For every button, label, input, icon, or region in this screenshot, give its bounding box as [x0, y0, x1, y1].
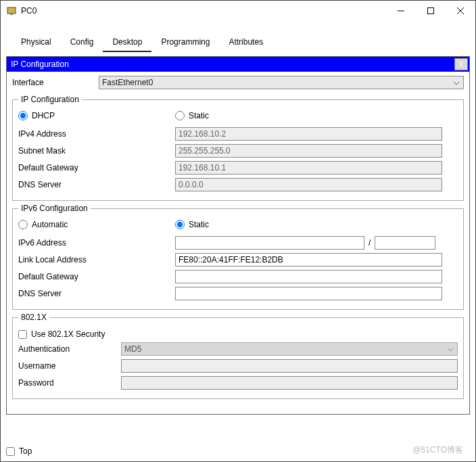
default-gateway-input[interactable] — [175, 161, 442, 175]
ipv6-static-option[interactable]: Static — [175, 220, 332, 229]
minimize-button[interactable] — [386, 1, 416, 21]
svg-rect-1 — [10, 14, 13, 15]
tab-attributes[interactable]: Attributes — [219, 33, 272, 52]
tab-desktop[interactable]: Desktop — [103, 33, 151, 52]
use-8021x-option[interactable]: Use 802.1X Security — [18, 329, 105, 339]
ipv4-address-label: IPv4 Address — [18, 129, 175, 139]
username-input[interactable] — [121, 359, 458, 373]
panel-title: IP Configuration — [11, 60, 454, 69]
titlebar: PC0 — [1, 1, 475, 21]
dns-server-label: DNS Server — [18, 180, 175, 189]
tab-programming[interactable]: Programming — [151, 33, 219, 52]
panel-title-bar: IP Configuration X — [7, 57, 469, 72]
ipv6-prefix-input[interactable] — [375, 236, 435, 250]
subnet-mask-input[interactable] — [175, 144, 442, 158]
tab-bar: Physical Config Desktop Programming Attr… — [1, 33, 475, 52]
tab-physical[interactable]: Physical — [11, 33, 61, 52]
window-title: PC0 — [21, 6, 386, 16]
svg-rect-0 — [7, 7, 16, 14]
top-checkbox[interactable] — [6, 447, 15, 456]
interface-value: FastEthernet0 — [102, 78, 153, 87]
ipv6-auto-option[interactable]: Automatic — [18, 220, 175, 229]
ipv6-address-input[interactable] — [175, 236, 364, 250]
dns-server-input[interactable] — [175, 178, 442, 191]
svg-rect-3 — [428, 8, 434, 14]
watermark: @51CTO博客 — [412, 444, 463, 456]
ip-configuration-group: IP Configuration DHCP Static IPv4 Addres… — [12, 95, 464, 201]
tab-config[interactable]: Config — [61, 33, 103, 52]
password-label: Password — [18, 378, 121, 388]
maximize-button[interactable] — [416, 1, 446, 21]
ipv6-address-label: IPv6 Address — [18, 238, 175, 248]
ipv6-configuration-legend: IPv6 Configuration — [18, 204, 91, 213]
ipv6-gateway-input[interactable] — [175, 270, 442, 283]
static-radio[interactable] — [175, 111, 185, 120]
ipv6-configuration-group: IPv6 Configuration Automatic Static IPv6… — [12, 204, 464, 310]
chevron-down-icon — [453, 79, 460, 89]
chevron-down-icon — [447, 346, 454, 355]
ipv4-address-input[interactable] — [175, 127, 442, 141]
ip-config-panel: IP Configuration X Interface FastEtherne… — [6, 56, 470, 415]
ipv6-auto-radio[interactable] — [18, 220, 28, 229]
ipv6-static-radio[interactable] — [175, 220, 185, 229]
link-local-input[interactable] — [175, 253, 442, 267]
interface-label: Interface — [12, 78, 99, 87]
static-option[interactable]: Static — [175, 111, 332, 120]
dhcp-radio[interactable] — [18, 111, 28, 120]
dot1x-legend: 802.1X — [18, 313, 49, 322]
app-icon — [6, 5, 17, 16]
authentication-select[interactable]: MD5 — [121, 342, 458, 356]
subnet-mask-label: Subnet Mask — [18, 146, 175, 156]
link-local-label: Link Local Address — [18, 255, 175, 264]
close-window-button[interactable] — [446, 1, 475, 21]
close-panel-button[interactable]: X — [454, 58, 468, 70]
use-8021x-checkbox[interactable] — [18, 330, 27, 339]
username-label: Username — [18, 361, 121, 371]
default-gateway-label: Default Gateway — [18, 163, 175, 172]
ipv6-gateway-label: Default Gateway — [18, 272, 175, 281]
ipv6-dns-label: DNS Server — [18, 289, 175, 298]
ipv6-dns-input[interactable] — [175, 287, 442, 300]
dhcp-option[interactable]: DHCP — [18, 111, 175, 120]
ip-configuration-legend: IP Configuration — [18, 95, 82, 104]
password-input[interactable] — [121, 376, 458, 390]
dot1x-group: 802.1X Use 802.1X Security Authenticatio… — [12, 313, 464, 399]
prefix-separator: / — [368, 238, 371, 248]
authentication-label: Authentication — [18, 344, 121, 354]
top-option[interactable]: Top — [6, 446, 32, 456]
interface-select[interactable]: FastEthernet0 — [99, 76, 464, 89]
